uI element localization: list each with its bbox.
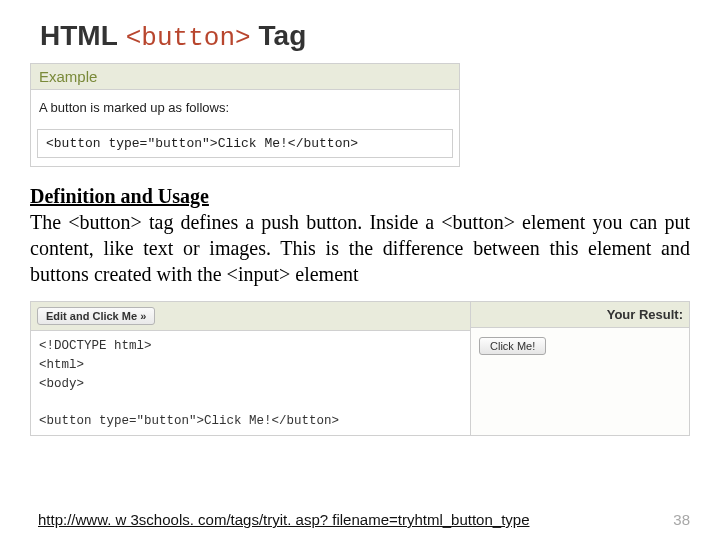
title-word: Tag <box>259 20 307 52</box>
result-button[interactable]: Click Me! <box>479 337 546 355</box>
tryit-result-label: Your Result: <box>471 302 689 328</box>
example-desc: A button is marked up as follows: <box>31 90 459 125</box>
example-card: Example A button is marked up as follows… <box>30 63 460 167</box>
definition-heading: Definition and Usage <box>30 185 209 207</box>
definition-body: The <button> tag defines a push button. … <box>30 211 690 285</box>
definition-block: Definition and Usage The <button> tag de… <box>30 183 690 287</box>
footer-link[interactable]: http://www. w 3schools. com/tags/tryit. … <box>38 511 529 528</box>
footer: http://www. w 3schools. com/tags/tryit. … <box>38 511 690 528</box>
page-number: 38 <box>673 511 690 528</box>
tryit-right: Your Result: Click Me! <box>471 302 689 435</box>
tryit-source[interactable]: <!DOCTYPE html> <html> <body> <button ty… <box>31 331 470 435</box>
title-html: HTML <box>40 20 118 52</box>
title-tag: <button> <box>126 23 251 53</box>
example-code: <button type="button">Click Me!</button> <box>37 129 453 158</box>
example-header: Example <box>31 64 459 90</box>
tryit-panel: Edit and Click Me » <!DOCTYPE html> <htm… <box>30 301 690 436</box>
page-title: HTML <button> Tag <box>40 20 690 53</box>
tryit-left: Edit and Click Me » <!DOCTYPE html> <htm… <box>31 302 471 435</box>
edit-and-click-button[interactable]: Edit and Click Me » <box>37 307 155 325</box>
tryit-result-area: Click Me! <box>471 328 689 432</box>
tryit-left-header: Edit and Click Me » <box>31 302 470 331</box>
